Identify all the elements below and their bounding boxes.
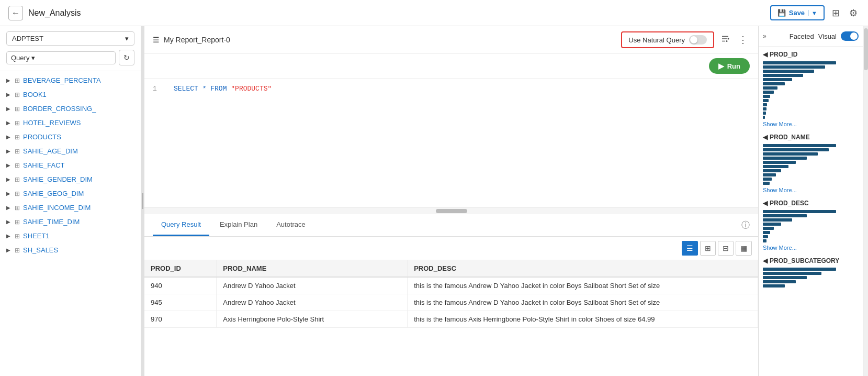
table-name: SAHIE_AGE_DIM	[23, 147, 78, 155]
horizontal-scrollbar[interactable]	[144, 207, 758, 214]
sidebar-item[interactable]: ▶ ⊞ BEVERAGE_PERCENTA	[0, 73, 141, 87]
sidebar-item[interactable]: ▶ ⊞ SHEET1	[0, 229, 141, 243]
bar-row	[763, 61, 859, 64]
bar-row	[763, 116, 859, 119]
expand-arrow: ▶	[6, 120, 10, 126]
right-outer: » Faceted Visual ◀ PROD_IDShow More...◀ …	[758, 26, 868, 376]
bar-chart	[763, 210, 859, 242]
bar	[763, 173, 776, 176]
show-more-link[interactable]: Show More...	[763, 245, 859, 251]
facet-name: PROD_DESC	[770, 200, 809, 207]
table-name: BEVERAGE_PERCENTA	[23, 76, 101, 84]
result-table: PROD_IDPROD_NAMEPROD_DESC940Andrew D Yah…	[144, 260, 758, 328]
table-name: SAHIE_TIME_DIM	[23, 218, 80, 226]
right-panel-content: ◀ PROD_IDShow More...◀ PROD_NAMEShow Mor…	[759, 47, 863, 376]
bar-row	[763, 239, 859, 242]
grid-icon-button[interactable]: ⊞	[830, 5, 842, 21]
bar-row	[763, 74, 859, 77]
bar-row	[763, 107, 859, 110]
table-icon: ⊞	[15, 91, 20, 98]
table-name: PRODUCTS	[23, 133, 61, 141]
filter-icon-button[interactable]	[718, 32, 732, 48]
table-cell: Andrew D Yahoo Jacket	[217, 277, 408, 294]
right-panel-scrollbar[interactable]	[863, 26, 868, 376]
tab-query-result[interactable]: Query Result	[153, 214, 209, 236]
sidebar-item[interactable]: ▶ ⊞ BORDER_CROSSING_	[0, 102, 141, 116]
sidebar-toolbar: Query ▾ ↻	[6, 50, 134, 65]
bar	[763, 268, 836, 271]
bar	[763, 144, 836, 147]
expand-arrow: ▶	[6, 148, 10, 154]
run-button[interactable]: ▶ Run	[709, 58, 750, 74]
topbar-right: 💾 Save ▼ ⊞ ⚙	[770, 5, 860, 21]
svg-point-3	[728, 38, 729, 40]
bar	[763, 231, 770, 234]
schema-label: ADPTEST	[12, 35, 43, 42]
play-icon: ▶	[718, 62, 724, 70]
gear-icon-button[interactable]: ⚙	[847, 5, 860, 21]
table-icon: ⊞	[15, 204, 20, 212]
table-row: 940Andrew D Yahoo Jacketthis is the famo…	[144, 277, 758, 294]
bar-row	[763, 227, 859, 230]
save-button[interactable]: 💾 Save ▼	[770, 5, 825, 20]
sidebar-item[interactable]: ▶ ⊞ SAHIE_FACT	[0, 158, 141, 172]
sidebar-item[interactable]: ▶ ⊞ SAHIE_INCOME_DIM	[0, 201, 141, 215]
bar-row	[763, 235, 859, 238]
facet-arrow: ◀	[763, 200, 768, 207]
scrollbar-thumb-right	[864, 28, 868, 70]
scrollbar-thumb	[436, 209, 467, 213]
bar	[763, 65, 825, 69]
natural-query-box: Use Natural Query	[621, 31, 714, 48]
table-row: 945Andrew D Yahoo Jacketthis is the famo…	[144, 294, 758, 311]
sidebar-item[interactable]: ▶ ⊞ PRODUCTS	[0, 130, 141, 144]
show-more-link[interactable]: Show More...	[763, 121, 859, 127]
sidebar-item[interactable]: ▶ ⊞ HOTEL_REVIEWS	[0, 116, 141, 130]
bar-row	[763, 169, 859, 172]
table-name: BOOK1	[23, 91, 47, 98]
bar	[763, 95, 770, 98]
bar	[763, 70, 814, 73]
sidebar-item[interactable]: ▶ ⊞ SAHIE_TIME_DIM	[0, 215, 141, 229]
bar	[763, 74, 803, 77]
refresh-button[interactable]: ↻	[119, 50, 134, 65]
expand-arrow: ▶	[6, 205, 10, 211]
view-button-0[interactable]: ☰	[682, 241, 698, 256]
bar	[763, 284, 785, 287]
sidebar-item[interactable]: ▶ ⊞ SAHIE_GENDER_DIM	[0, 172, 141, 186]
sidebar-item[interactable]: ▶ ⊞ SAHIE_AGE_DIM	[0, 144, 141, 158]
table-name: SAHIE_FACT	[23, 161, 64, 169]
sidebar-item[interactable]: ▶ ⊞ SH_SALES	[0, 243, 141, 257]
view-button-3[interactable]: ▦	[736, 241, 752, 256]
table-cell: 940	[144, 277, 217, 294]
view-button-1[interactable]: ⊞	[700, 241, 716, 256]
more-options-button[interactable]: ⋮	[736, 32, 750, 48]
view-button-2[interactable]: ⊟	[718, 241, 734, 256]
save-dropdown-arrow[interactable]: ▼	[808, 10, 817, 16]
code-editor[interactable]: 1 SELECT * FROM "PRODUCTS"	[144, 79, 758, 207]
report-title-text: My Report_Report-0	[164, 36, 230, 44]
bar	[763, 218, 792, 222]
sidebar-item[interactable]: ▶ ⊞ BOOK1	[0, 87, 141, 102]
type-select[interactable]: Query ▾	[6, 51, 116, 64]
faceted-visual: Faceted Visual	[790, 31, 859, 41]
back-button[interactable]: ←	[8, 6, 23, 20]
schema-select[interactable]: ADPTEST ▾	[6, 31, 134, 46]
tab-explain-plan[interactable]: Explain Plan	[211, 214, 266, 236]
bar	[763, 214, 807, 217]
show-more-link[interactable]: Show More...	[763, 187, 859, 193]
bar-chart	[763, 268, 859, 287]
expand-arrow: ▶	[6, 162, 10, 168]
code-content: SELECT * FROM "PRODUCTS"	[174, 85, 272, 93]
faceted-visual-toggle[interactable]	[841, 31, 859, 41]
sidebar-item[interactable]: ▶ ⊞ SAHIE_GEOG_DIM	[0, 186, 141, 201]
natural-query-toggle[interactable]	[689, 35, 707, 45]
table-name: SAHIE_INCOME_DIM	[23, 204, 91, 212]
tab-autotrace[interactable]: Autotrace	[268, 214, 314, 236]
kw-table: "PRODUCTS"	[231, 85, 272, 93]
kw-star: *	[202, 85, 207, 93]
bar	[763, 165, 788, 168]
report-icon: ☰	[153, 36, 160, 44]
bar-row	[763, 231, 859, 234]
bar-row	[763, 82, 859, 85]
expand-icon[interactable]: »	[763, 32, 766, 40]
